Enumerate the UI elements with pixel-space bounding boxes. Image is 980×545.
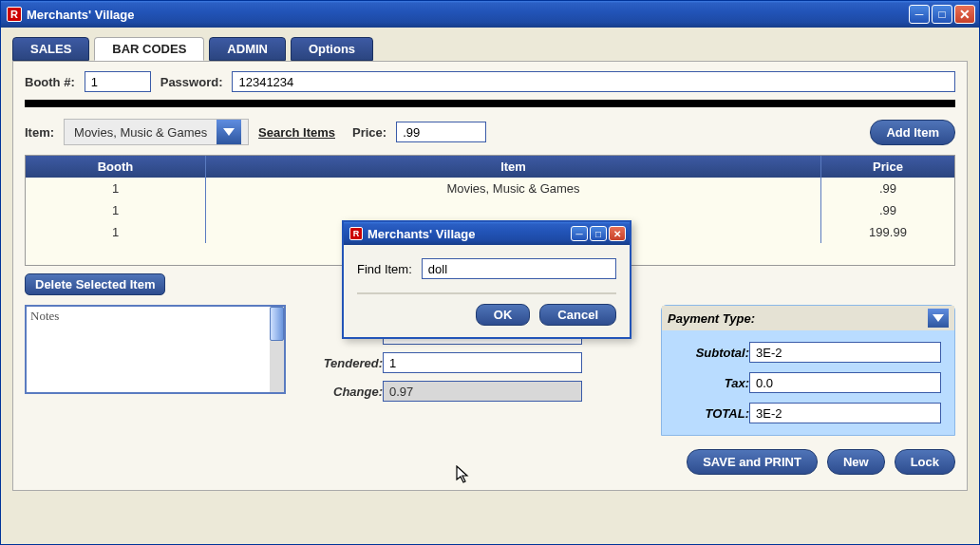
booth-input[interactable] [85,71,151,92]
payment-type-label: Payment Type: [668,311,755,326]
th-booth: Booth [26,156,206,178]
password-label: Password: [160,75,223,89]
password-input[interactable] [232,71,955,92]
delete-selected-button[interactable]: Delete Selected Item [25,273,165,295]
add-item-button[interactable]: Add Item [870,120,955,145]
notes-box: Notes [25,305,286,394]
app-icon: R [349,227,363,240]
tab-sales[interactable]: SALES [12,37,89,61]
window-close-button[interactable]: ✕ [954,5,975,24]
item-dropdown-value: Movies, Music & Games [65,125,217,140]
chevron-down-icon [223,128,235,136]
find-item-label: Find Item: [357,262,412,276]
item-dropdown[interactable]: Movies, Music & Games [64,119,249,145]
dialog-maximize-button[interactable]: □ [590,226,607,241]
find-item-input[interactable] [422,258,616,279]
tax-output [749,372,941,393]
new-button[interactable]: New [827,449,885,475]
th-item: Item [206,156,821,178]
th-price: Price [821,156,954,178]
item-dropdown-arrow[interactable] [217,120,241,144]
app-icon: R [7,7,22,22]
payment-type-dropdown[interactable] [928,309,949,328]
table-row[interactable]: 1 .99 [26,199,954,221]
window-minimize-button[interactable]: ─ [909,5,930,24]
dialog-cancel-button[interactable]: Cancel [539,304,616,326]
window-title: Merchants' Village [27,8,134,22]
tab-admin[interactable]: ADMIN [209,37,286,61]
tendered-label: Tendered: [303,356,383,370]
change-label: Change: [303,385,383,399]
dialog-titlebar: R Merchants' Village ─ □ ✕ [344,222,630,245]
dialog-title: Merchants' Village [368,227,475,241]
lock-button[interactable]: Lock [895,449,955,475]
change-output [383,381,582,402]
booth-label: Booth #: [25,75,75,89]
price-label: Price: [352,125,386,140]
dialog-ok-button[interactable]: OK [476,304,531,326]
tendered-input[interactable] [383,352,582,373]
dialog-close-button[interactable]: ✕ [609,226,626,241]
chevron-down-icon [933,314,944,322]
notes-scrollbar-thumb[interactable] [270,307,284,341]
total-output [749,403,941,423]
tab-barcodes[interactable]: BAR CODES [94,37,204,61]
tab-options[interactable]: Options [291,37,373,61]
total-label: TOTAL: [675,406,749,421]
save-print-button[interactable]: SAVE and PRINT [687,449,818,475]
notes-textarea[interactable]: Notes [27,307,273,392]
window-maximize-button[interactable]: □ [932,5,952,24]
subtotal-label: Subtotal: [675,346,749,360]
item-label: Item: [25,125,54,140]
payment-pane: Payment Type: Subtotal: Tax: TOTAL: [661,305,955,436]
table-row[interactable]: 1 Movies, Music & Games .99 [26,178,954,199]
dialog-minimize-button[interactable]: ─ [571,226,588,241]
main-tabs: SALES BAR CODES ADMIN Options [12,37,968,61]
price-input[interactable] [396,122,486,142]
separator-bar [25,100,955,107]
subtotal-output [749,342,941,363]
tax-label: Tax: [675,376,749,390]
find-item-dialog: R Merchants' Village ─ □ ✕ Find Item: OK… [342,220,631,339]
main-titlebar: R Merchants' Village ─ □ ✕ [1,1,979,28]
search-items-link[interactable]: Search Items [258,125,335,140]
